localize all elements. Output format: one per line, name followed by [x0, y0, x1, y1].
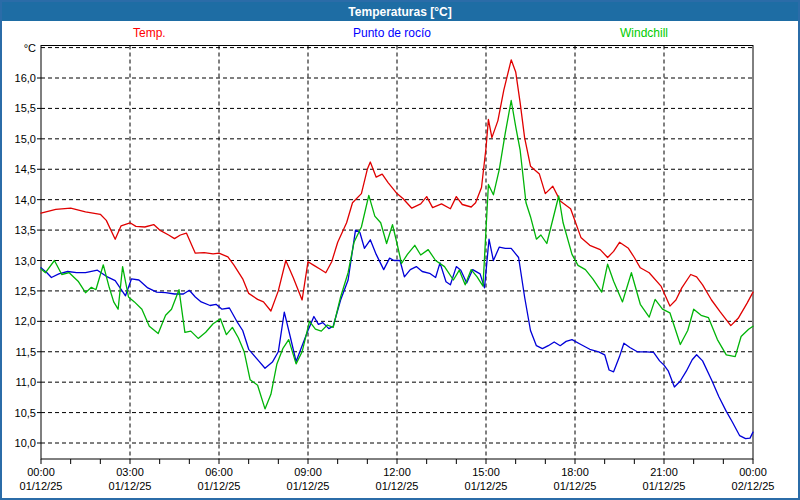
- svg-text:01/12/25: 01/12/25: [109, 480, 152, 492]
- svg-text:12:00: 12:00: [383, 466, 411, 478]
- svg-text:13,5: 13,5: [15, 224, 36, 236]
- svg-text:01/12/25: 01/12/25: [465, 480, 508, 492]
- grid-lines: [41, 46, 753, 460]
- svg-text:03:00: 03:00: [116, 466, 144, 478]
- svg-text:02/12/25: 02/12/25: [732, 480, 775, 492]
- svg-text:10,5: 10,5: [15, 407, 36, 419]
- svg-text:01/12/25: 01/12/25: [643, 480, 686, 492]
- svg-text:14,0: 14,0: [15, 194, 36, 206]
- svg-text:15:00: 15:00: [472, 466, 500, 478]
- svg-text:06:00: 06:00: [205, 466, 233, 478]
- svg-text:11,5: 11,5: [15, 346, 36, 358]
- svg-text:18:00: 18:00: [561, 466, 589, 478]
- svg-text:01/12/25: 01/12/25: [20, 480, 63, 492]
- svg-text:01/12/25: 01/12/25: [376, 480, 419, 492]
- svg-text:01/12/25: 01/12/25: [287, 480, 330, 492]
- svg-text:00:00: 00:00: [27, 466, 55, 478]
- svg-text:11,0: 11,0: [15, 376, 36, 388]
- svg-text:°C: °C: [24, 42, 36, 54]
- temperature-chart: °C16,015,515,014,514,013,513,012,512,011…: [2, 2, 798, 498]
- svg-text:09:00: 09:00: [294, 466, 322, 478]
- svg-text:21:00: 21:00: [650, 466, 678, 478]
- svg-text:13,0: 13,0: [15, 255, 36, 267]
- svg-text:00:00: 00:00: [739, 466, 767, 478]
- weather-chart-window: Temperaturas [°C] Temp. Punto de rocío W…: [0, 0, 800, 500]
- y-axis-labels: °C16,015,515,014,514,013,513,012,512,011…: [15, 42, 36, 450]
- svg-text:10,0: 10,0: [15, 437, 36, 449]
- svg-text:12,0: 12,0: [15, 315, 36, 327]
- svg-text:15,0: 15,0: [15, 133, 36, 145]
- svg-text:15,5: 15,5: [15, 102, 36, 114]
- svg-text:14,5: 14,5: [15, 163, 36, 175]
- svg-text:12,5: 12,5: [15, 285, 36, 297]
- svg-text:01/12/25: 01/12/25: [554, 480, 597, 492]
- x-axis-labels: 00:0001/12/2503:0001/12/2506:0001/12/250…: [20, 466, 775, 492]
- svg-text:01/12/25: 01/12/25: [198, 480, 241, 492]
- svg-text:16,0: 16,0: [15, 72, 36, 84]
